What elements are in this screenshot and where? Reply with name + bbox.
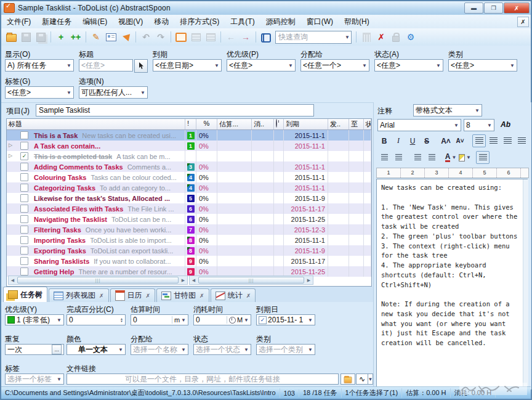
font-combo[interactable]: Arial▼ (377, 119, 461, 131)
tag-combo[interactable]: 选择一个标签▼ (5, 373, 64, 385)
comments-scrollbar[interactable] (523, 179, 528, 386)
strikethrough-button[interactable]: S (420, 134, 433, 147)
browse-file-button[interactable] (341, 373, 355, 385)
new-subtask-button[interactable]: ++ (69, 30, 83, 44)
filter-combo-6[interactable]: <任意>▼ (448, 59, 517, 71)
close-button[interactable]: ✗ (504, 2, 530, 14)
alloc-to-combo[interactable]: 选择一个名称▼ (131, 344, 188, 355)
menubar-close-button[interactable]: ✗ (517, 17, 529, 27)
grow-font-icon[interactable]: A˄ (439, 134, 453, 147)
menu-item-5[interactable]: 排序方式(S) (174, 15, 225, 29)
set-reminder-button[interactable] (119, 30, 132, 44)
chevron-down-icon[interactable]: ▼ (214, 63, 219, 68)
task-checkbox[interactable] (20, 205, 28, 213)
fill-color-icon[interactable]: ▼ (458, 151, 472, 164)
task-row[interactable]: Adding Comments to TasksComments a...30%… (7, 161, 371, 172)
tab-close-icon[interactable]: ✗ (246, 293, 251, 299)
task-checkbox[interactable] (20, 236, 28, 244)
due-date-picker[interactable]: ✓ 2015-11- 1▼ (256, 314, 315, 325)
tab-close-icon[interactable]: ✗ (200, 293, 204, 299)
tab-列表视图[interactable]: 列表视图✗ (49, 288, 109, 302)
task-checkbox[interactable] (20, 163, 28, 171)
category-combo[interactable]: 选择一个类别▼ (256, 344, 315, 355)
task-checkbox[interactable] (20, 257, 28, 265)
align-left-icon[interactable] (472, 134, 486, 147)
minimize-button[interactable]: ▬ (464, 2, 483, 14)
column-header-至[interactable]: 至 (349, 119, 364, 129)
task-row[interactable]: Exporting TasksToDoList can export taskl… (7, 245, 371, 256)
tab-统计[interactable]: 统计✗ (211, 288, 256, 302)
column-header-标题[interactable]: 标题 (7, 119, 185, 129)
align-center-icon[interactable] (486, 134, 500, 147)
chevron-down-icon[interactable]: ▼ (140, 90, 145, 96)
filter-combo-5[interactable]: <任意>▼ (374, 59, 443, 71)
due-date-checkbox[interactable]: ✓ (259, 316, 267, 324)
task-row[interactable]: Sharing TasklistsIf you want to collabor… (7, 256, 371, 266)
task-checkbox[interactable] (20, 173, 28, 181)
next-task-button[interactable]: → (239, 30, 252, 44)
filter-combo-1[interactable]: 可匹配任何人...▼ (79, 86, 148, 99)
tab-close-icon[interactable]: ✗ (146, 293, 151, 299)
comments-text-area[interactable]: New tasks can be created using: 1. The '… (376, 179, 528, 387)
task-row[interactable]: Filtering TasksOnce you have been worki.… (7, 224, 371, 235)
preferences-button[interactable]: ⚙ (404, 30, 417, 44)
outdent-icon[interactable] (411, 151, 424, 164)
filter-combo-0[interactable]: <任意>▼ (5, 86, 74, 99)
justify-icon[interactable] (515, 134, 528, 147)
tab-日历[interactable]: 日历✗ (110, 288, 156, 302)
priority-combo[interactable]: 1 (非常低)▼ (5, 314, 64, 325)
numbered-list-icon[interactable] (392, 151, 405, 164)
quick-search-input[interactable] (277, 32, 344, 42)
title-filter-options-button[interactable] (134, 59, 148, 73)
scroll-right-icon[interactable]: ▶ (305, 278, 313, 283)
task-row[interactable]: Categorizing TasksTo add an category to.… (7, 182, 371, 193)
column-header-发..[interactable]: 发.. (328, 119, 349, 129)
focus-mode-button[interactable] (174, 30, 188, 44)
task-row[interactable]: This is a TaskNew tasks can be created u… (7, 130, 371, 141)
menu-item-6[interactable]: 工具(T) (225, 15, 260, 29)
align-right-icon[interactable] (501, 134, 514, 147)
chevron-down-icon[interactable]: ▼ (66, 90, 71, 96)
column-header-估算...[interactable]: 估算... (217, 119, 252, 129)
column-header-clock[interactable] (274, 119, 284, 129)
open-link-button[interactable]: ∿ (356, 373, 368, 385)
maximize-button[interactable]: ❒ (484, 2, 503, 14)
font-color-icon[interactable]: A▼ (444, 151, 457, 164)
tab-任务树[interactable]: 任务树 (3, 287, 47, 302)
task-checkbox[interactable] (20, 184, 28, 192)
project-input[interactable]: Sample Tasklist (36, 104, 314, 116)
task-checkbox[interactable] (20, 142, 28, 150)
title-column-scrollbar[interactable]: ◀ ||| ▶ (8, 276, 188, 285)
column-header-状[interactable]: 状 (364, 119, 371, 129)
bold-button[interactable]: B (377, 134, 391, 147)
delete-task-button[interactable]: ✗ (374, 30, 388, 44)
find-tasks-button[interactable] (259, 30, 273, 44)
font-size-combo[interactable]: 8▼ (464, 119, 494, 131)
title-filter-input[interactable]: <任意> (79, 59, 133, 71)
expander-icon[interactable]: ▷ (9, 142, 12, 148)
task-row[interactable]: Colouring TasksTasks can be colour coded… (7, 172, 371, 182)
chevron-down-icon[interactable]: ▼ (66, 63, 71, 68)
spent-time-input[interactable]: 0 M▼ (193, 314, 251, 325)
chevron-down-icon[interactable]: ▼ (288, 63, 293, 68)
scroll-right-icon[interactable]: ▶ (179, 278, 187, 283)
menu-item-9[interactable]: 帮助(H) (339, 15, 375, 29)
recurrence-more-button[interactable]: ... (52, 345, 62, 354)
column-header-![interactable]: ! (185, 119, 196, 129)
chevron-down-icon[interactable]: ▼ (345, 35, 350, 40)
task-row[interactable]: Navigating the TasklistToDoList can be n… (7, 214, 371, 224)
clock-icon[interactable] (229, 317, 236, 324)
task-checkbox[interactable] (20, 194, 28, 202)
tab-close-icon[interactable]: ✗ (99, 293, 104, 299)
indent-icon[interactable] (425, 151, 438, 164)
menu-item-0[interactable]: 文件(F) (1, 15, 36, 29)
shrink-font-icon[interactable]: A˅ (453, 134, 467, 147)
scroll-left-icon[interactable]: ◀ (190, 278, 198, 283)
column-header-%[interactable]: % (196, 119, 217, 129)
task-row[interactable]: Importing TasksToDoList is able to impor… (7, 235, 371, 245)
edit-task-button[interactable]: ✎ (89, 30, 103, 44)
recurrence-input[interactable]: 一次 ... (5, 344, 64, 355)
task-checkbox[interactable] (20, 247, 28, 255)
expander-icon[interactable]: ▷ (9, 153, 12, 158)
chevron-down-icon[interactable]: ▼ (436, 63, 441, 68)
